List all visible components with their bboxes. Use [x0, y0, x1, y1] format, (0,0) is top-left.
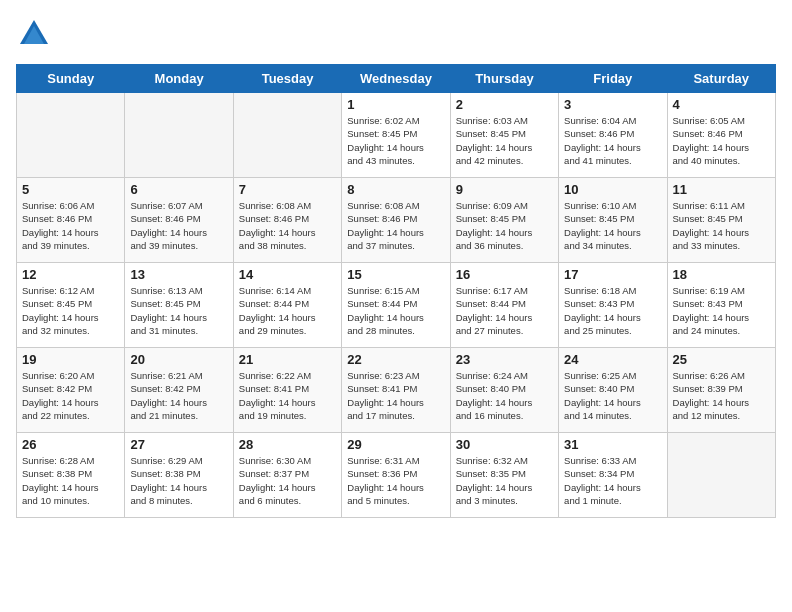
day-number: 8: [347, 182, 444, 197]
day-number: 26: [22, 437, 119, 452]
calendar-cell: 30Sunrise: 6:32 AM Sunset: 8:35 PM Dayli…: [450, 433, 558, 518]
day-info: Sunrise: 6:04 AM Sunset: 8:46 PM Dayligh…: [564, 114, 661, 167]
calendar-cell: 11Sunrise: 6:11 AM Sunset: 8:45 PM Dayli…: [667, 178, 775, 263]
day-number: 31: [564, 437, 661, 452]
day-number: 7: [239, 182, 336, 197]
day-info: Sunrise: 6:31 AM Sunset: 8:36 PM Dayligh…: [347, 454, 444, 507]
day-number: 23: [456, 352, 553, 367]
calendar-cell: 26Sunrise: 6:28 AM Sunset: 8:38 PM Dayli…: [17, 433, 125, 518]
day-info: Sunrise: 6:21 AM Sunset: 8:42 PM Dayligh…: [130, 369, 227, 422]
day-number: 2: [456, 97, 553, 112]
calendar-cell: 7Sunrise: 6:08 AM Sunset: 8:46 PM Daylig…: [233, 178, 341, 263]
calendar-week-row: 19Sunrise: 6:20 AM Sunset: 8:42 PM Dayli…: [17, 348, 776, 433]
calendar-cell: 28Sunrise: 6:30 AM Sunset: 8:37 PM Dayli…: [233, 433, 341, 518]
day-info: Sunrise: 6:30 AM Sunset: 8:37 PM Dayligh…: [239, 454, 336, 507]
calendar-cell: [667, 433, 775, 518]
day-info: Sunrise: 6:13 AM Sunset: 8:45 PM Dayligh…: [130, 284, 227, 337]
calendar-cell: 17Sunrise: 6:18 AM Sunset: 8:43 PM Dayli…: [559, 263, 667, 348]
calendar-cell: 25Sunrise: 6:26 AM Sunset: 8:39 PM Dayli…: [667, 348, 775, 433]
day-info: Sunrise: 6:22 AM Sunset: 8:41 PM Dayligh…: [239, 369, 336, 422]
day-info: Sunrise: 6:24 AM Sunset: 8:40 PM Dayligh…: [456, 369, 553, 422]
calendar-cell: [17, 93, 125, 178]
day-number: 18: [673, 267, 770, 282]
calendar-cell: 20Sunrise: 6:21 AM Sunset: 8:42 PM Dayli…: [125, 348, 233, 433]
calendar-cell: 10Sunrise: 6:10 AM Sunset: 8:45 PM Dayli…: [559, 178, 667, 263]
logo-icon: [16, 16, 52, 52]
day-number: 12: [22, 267, 119, 282]
day-info: Sunrise: 6:05 AM Sunset: 8:46 PM Dayligh…: [673, 114, 770, 167]
day-info: Sunrise: 6:02 AM Sunset: 8:45 PM Dayligh…: [347, 114, 444, 167]
calendar-week-row: 1Sunrise: 6:02 AM Sunset: 8:45 PM Daylig…: [17, 93, 776, 178]
calendar-table: SundayMondayTuesdayWednesdayThursdayFrid…: [16, 64, 776, 518]
day-info: Sunrise: 6:33 AM Sunset: 8:34 PM Dayligh…: [564, 454, 661, 507]
weekday-header-wednesday: Wednesday: [342, 65, 450, 93]
calendar-cell: 22Sunrise: 6:23 AM Sunset: 8:41 PM Dayli…: [342, 348, 450, 433]
day-number: 9: [456, 182, 553, 197]
weekday-header-row: SundayMondayTuesdayWednesdayThursdayFrid…: [17, 65, 776, 93]
day-number: 4: [673, 97, 770, 112]
day-info: Sunrise: 6:07 AM Sunset: 8:46 PM Dayligh…: [130, 199, 227, 252]
calendar-cell: 27Sunrise: 6:29 AM Sunset: 8:38 PM Dayli…: [125, 433, 233, 518]
calendar-cell: [125, 93, 233, 178]
calendar-cell: 1Sunrise: 6:02 AM Sunset: 8:45 PM Daylig…: [342, 93, 450, 178]
calendar-week-row: 12Sunrise: 6:12 AM Sunset: 8:45 PM Dayli…: [17, 263, 776, 348]
day-number: 10: [564, 182, 661, 197]
calendar-cell: 21Sunrise: 6:22 AM Sunset: 8:41 PM Dayli…: [233, 348, 341, 433]
day-info: Sunrise: 6:26 AM Sunset: 8:39 PM Dayligh…: [673, 369, 770, 422]
calendar-cell: 8Sunrise: 6:08 AM Sunset: 8:46 PM Daylig…: [342, 178, 450, 263]
day-number: 17: [564, 267, 661, 282]
day-info: Sunrise: 6:08 AM Sunset: 8:46 PM Dayligh…: [347, 199, 444, 252]
weekday-header-friday: Friday: [559, 65, 667, 93]
weekday-header-monday: Monday: [125, 65, 233, 93]
calendar-cell: 24Sunrise: 6:25 AM Sunset: 8:40 PM Dayli…: [559, 348, 667, 433]
day-number: 27: [130, 437, 227, 452]
day-number: 11: [673, 182, 770, 197]
day-number: 29: [347, 437, 444, 452]
calendar-cell: 13Sunrise: 6:13 AM Sunset: 8:45 PM Dayli…: [125, 263, 233, 348]
day-info: Sunrise: 6:29 AM Sunset: 8:38 PM Dayligh…: [130, 454, 227, 507]
day-number: 30: [456, 437, 553, 452]
calendar-cell: 19Sunrise: 6:20 AM Sunset: 8:42 PM Dayli…: [17, 348, 125, 433]
day-info: Sunrise: 6:09 AM Sunset: 8:45 PM Dayligh…: [456, 199, 553, 252]
day-info: Sunrise: 6:32 AM Sunset: 8:35 PM Dayligh…: [456, 454, 553, 507]
weekday-header-thursday: Thursday: [450, 65, 558, 93]
day-number: 6: [130, 182, 227, 197]
calendar-cell: 3Sunrise: 6:04 AM Sunset: 8:46 PM Daylig…: [559, 93, 667, 178]
day-number: 19: [22, 352, 119, 367]
calendar-cell: 2Sunrise: 6:03 AM Sunset: 8:45 PM Daylig…: [450, 93, 558, 178]
calendar-cell: 23Sunrise: 6:24 AM Sunset: 8:40 PM Dayli…: [450, 348, 558, 433]
day-info: Sunrise: 6:17 AM Sunset: 8:44 PM Dayligh…: [456, 284, 553, 337]
calendar-cell: [233, 93, 341, 178]
day-info: Sunrise: 6:11 AM Sunset: 8:45 PM Dayligh…: [673, 199, 770, 252]
calendar-cell: 31Sunrise: 6:33 AM Sunset: 8:34 PM Dayli…: [559, 433, 667, 518]
day-number: 24: [564, 352, 661, 367]
day-info: Sunrise: 6:28 AM Sunset: 8:38 PM Dayligh…: [22, 454, 119, 507]
calendar-cell: 9Sunrise: 6:09 AM Sunset: 8:45 PM Daylig…: [450, 178, 558, 263]
calendar-week-row: 26Sunrise: 6:28 AM Sunset: 8:38 PM Dayli…: [17, 433, 776, 518]
day-number: 28: [239, 437, 336, 452]
day-info: Sunrise: 6:19 AM Sunset: 8:43 PM Dayligh…: [673, 284, 770, 337]
logo: [16, 16, 56, 52]
calendar-cell: 6Sunrise: 6:07 AM Sunset: 8:46 PM Daylig…: [125, 178, 233, 263]
day-number: 20: [130, 352, 227, 367]
day-number: 21: [239, 352, 336, 367]
day-number: 5: [22, 182, 119, 197]
day-info: Sunrise: 6:18 AM Sunset: 8:43 PM Dayligh…: [564, 284, 661, 337]
weekday-header-sunday: Sunday: [17, 65, 125, 93]
day-number: 15: [347, 267, 444, 282]
calendar-cell: 15Sunrise: 6:15 AM Sunset: 8:44 PM Dayli…: [342, 263, 450, 348]
day-info: Sunrise: 6:08 AM Sunset: 8:46 PM Dayligh…: [239, 199, 336, 252]
day-info: Sunrise: 6:25 AM Sunset: 8:40 PM Dayligh…: [564, 369, 661, 422]
day-number: 22: [347, 352, 444, 367]
calendar-cell: 29Sunrise: 6:31 AM Sunset: 8:36 PM Dayli…: [342, 433, 450, 518]
calendar-week-row: 5Sunrise: 6:06 AM Sunset: 8:46 PM Daylig…: [17, 178, 776, 263]
calendar-cell: 5Sunrise: 6:06 AM Sunset: 8:46 PM Daylig…: [17, 178, 125, 263]
page-header: [16, 16, 776, 52]
calendar-cell: 4Sunrise: 6:05 AM Sunset: 8:46 PM Daylig…: [667, 93, 775, 178]
day-number: 16: [456, 267, 553, 282]
day-info: Sunrise: 6:20 AM Sunset: 8:42 PM Dayligh…: [22, 369, 119, 422]
calendar-cell: 16Sunrise: 6:17 AM Sunset: 8:44 PM Dayli…: [450, 263, 558, 348]
weekday-header-tuesday: Tuesday: [233, 65, 341, 93]
day-number: 13: [130, 267, 227, 282]
day-info: Sunrise: 6:12 AM Sunset: 8:45 PM Dayligh…: [22, 284, 119, 337]
